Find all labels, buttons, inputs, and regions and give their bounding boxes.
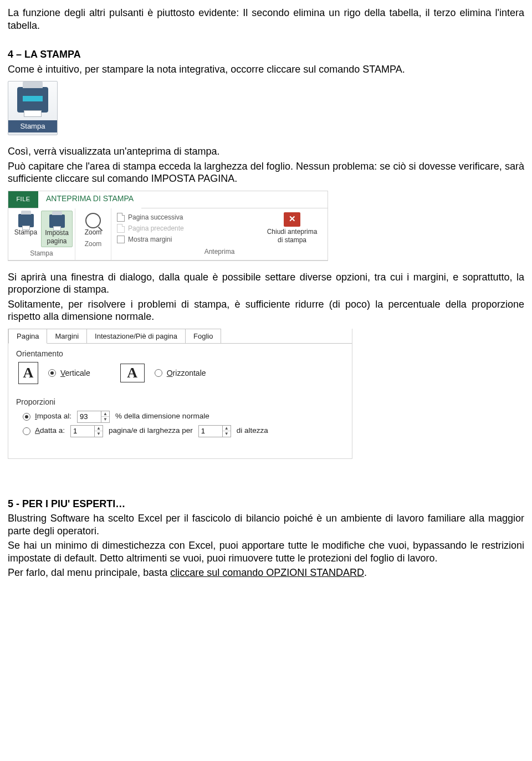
magnifier-icon — [78, 212, 109, 228]
dlg-radio-verticale[interactable]: Verticale — [48, 369, 90, 379]
dlg-radio-imposta[interactable]: Imposta al: — [23, 412, 71, 421]
dlg-radio-adatta[interactable]: Adatta a: — [23, 426, 65, 436]
dlg-vert-u: V — [60, 369, 65, 377]
tab-anteprima-di-stampa[interactable]: ANTEPRIMA DI STAMPA — [38, 191, 141, 208]
dlg-adatta-mid: pagina/e di larghezza per — [109, 426, 193, 436]
ribbon-margins-label: Mostra margini — [128, 234, 172, 245]
radio-icon — [155, 369, 162, 377]
printer-icon — [17, 87, 48, 113]
chevron-up-icon[interactable]: ▲ — [95, 426, 103, 432]
dlg-adatta-u: A — [35, 426, 40, 435]
dlg-adatta-width-spinner[interactable]: ▲▼ — [70, 425, 103, 437]
ribbon-show-margins[interactable]: Mostra margini — [117, 234, 251, 245]
dlg-adatta-end: di altezza — [237, 426, 268, 436]
ribbon-imposta-pagina-button[interactable]: Imposta pagina — [41, 211, 73, 247]
ribbon-prev-page: Pagina precedente — [117, 223, 251, 234]
ribbon-imposta-label-b: pagina — [42, 237, 72, 246]
section-4-title: 4 – LA STAMPA — [8, 48, 524, 61]
section-4-p1: Come è intuitivo, per stampare la nota i… — [8, 63, 524, 76]
section-5-p3-a: Per farlo, dal menu principale, basta — [8, 567, 170, 578]
ribbon-zoom-button[interactable]: Zoom — [78, 211, 109, 238]
section-5-p3-b: cliccare sul comando OPZIONI STANDARD — [170, 567, 364, 578]
ribbon-group-anteprima: Anteprima — [111, 247, 328, 258]
dlg-imposta-suffix: % della dimensione normale — [115, 412, 209, 421]
portrait-icon: A — [18, 362, 38, 384]
dlg-tab-intestazione[interactable]: Intestazione/Piè di pagina — [86, 329, 186, 344]
ribbon-close-label-a: Chiudi anteprima — [259, 228, 325, 236]
dlg-tab-pagina[interactable]: Pagina — [8, 329, 47, 344]
chevron-down-icon[interactable]: ▼ — [95, 431, 103, 437]
dlg-adatta-rest: datta a: — [40, 426, 65, 435]
dlg-vert-rest: erticale — [65, 369, 90, 377]
dlg-tab-margini[interactable]: Margini — [47, 329, 87, 344]
section-5-p3-c: . — [364, 567, 367, 578]
ribbon-prev-label: Pagina precedente — [128, 223, 184, 234]
radio-icon — [23, 427, 30, 435]
ribbon-group-zoom: Zoom — [75, 239, 111, 251]
radio-checked-icon — [23, 413, 30, 421]
printer-gear-icon — [42, 212, 72, 229]
section-4-p5: Solitamente, per risolvere i problemi di… — [8, 298, 524, 323]
intro-paragraph: La funzione degli altri pulsanti è piutt… — [8, 7, 524, 32]
ribbon-next-page[interactable]: Pagina successiva — [117, 212, 251, 223]
section-4-p2: Così, verrà visualizzata un'anteprima di… — [8, 145, 524, 158]
dlg-imposta-value[interactable] — [78, 411, 101, 422]
print-preview-ribbon: FILE ANTEPRIMA DI STAMPA Stampa Imposta … — [8, 191, 328, 261]
close-icon: ✕ — [284, 212, 300, 227]
chevron-up-icon[interactable]: ▲ — [101, 411, 109, 417]
ribbon-stampa-button[interactable]: Stampa — [11, 211, 41, 238]
section-5-p1: Blustring Software ha scelto Excel per i… — [8, 512, 524, 537]
checkbox-icon — [117, 236, 125, 243]
section-5-p2: Se hai un minimo di dimestichezza con Ex… — [8, 539, 524, 564]
radio-checked-icon — [48, 369, 56, 377]
ribbon-close-label-b: di stampa — [259, 236, 325, 244]
stampa-button-label: Stampa — [8, 120, 57, 132]
section-5-p3: Per farlo, dal menu principale, basta cl… — [8, 566, 524, 579]
dlg-imposta-spinner[interactable]: ▲▼ — [77, 411, 110, 423]
dlg-imposta-rest: mposta al: — [37, 412, 71, 420]
ribbon-next-label: Pagina successiva — [128, 212, 183, 223]
chevron-down-icon[interactable]: ▼ — [101, 417, 109, 422]
dlg-radio-orizzontale[interactable]: Orizzontale — [155, 369, 206, 379]
page-prev-icon — [117, 224, 125, 233]
dlg-adatta-width-value[interactable] — [71, 426, 94, 437]
page-setup-dialog: Pagina Margini Intestazione/Piè di pagin… — [8, 329, 352, 459]
chevron-up-icon[interactable]: ▲ — [223, 426, 231, 432]
ribbon-group-stampa: Stampa — [8, 248, 75, 260]
dlg-proporzioni-title: Proporzioni — [16, 397, 344, 407]
ribbon-close-preview[interactable]: ✕ Chiudi anteprima di stampa — [257, 208, 328, 247]
dlg-tab-foglio[interactable]: Foglio — [185, 329, 221, 344]
dlg-adatta-height-spinner[interactable]: ▲▼ — [198, 425, 231, 437]
page-next-icon — [117, 213, 125, 222]
dlg-oriz-u: O — [167, 369, 173, 377]
dlg-orientamento-title: Orientamento — [16, 349, 344, 359]
tab-file[interactable]: FILE — [8, 191, 38, 208]
chevron-down-icon[interactable]: ▼ — [223, 431, 231, 437]
section-4-p4: Si aprirà una finestra di dialogo, dalla… — [8, 271, 524, 296]
stampa-button[interactable]: Stampa — [8, 81, 58, 135]
ribbon-zoom-label: Zoom — [78, 228, 109, 237]
dlg-adatta-height-value[interactable] — [199, 426, 222, 437]
section-4-p3: Può capitare che l'area di stampa ecceda… — [8, 160, 524, 185]
dlg-oriz-rest: rizzontale — [173, 369, 206, 377]
printer-icon — [11, 212, 41, 228]
landscape-icon: A — [120, 364, 145, 382]
section-5-title: 5 - PER I PIU' ESPERTI… — [8, 498, 524, 510]
